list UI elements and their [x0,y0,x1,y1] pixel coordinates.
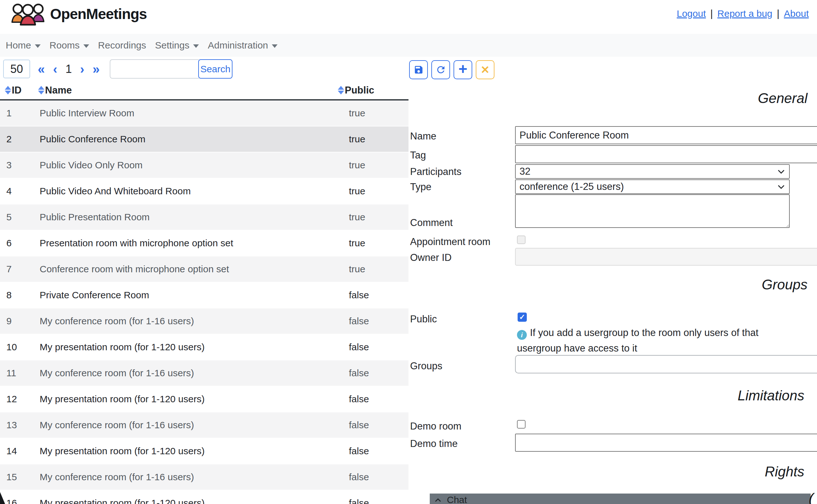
prev-page-button[interactable]: ‹ [53,63,57,75]
refresh-button[interactable] [431,60,450,79]
column-label: ID [12,85,22,96]
nav-item-rooms[interactable]: Rooms [45,40,94,51]
groups-label: Groups [410,360,443,372]
main-nav: Home Rooms Recordings Settings Administr… [0,34,817,57]
name-label: Name [410,131,437,142]
table-row[interactable]: 8Private Conference Roomfalse [0,282,408,308]
owner-id-label: Owner ID [410,252,452,263]
demo-time-input[interactable] [515,434,817,452]
column-header-name[interactable]: Name [38,85,338,96]
type-select[interactable]: conference (1-25 users) [515,179,790,194]
cancel-button[interactable]: ✕ [476,60,495,79]
table-row[interactable]: 7Conference room with microphone option … [0,256,408,282]
form-toolbar: + ✕ [409,60,495,79]
chat-bar-label: Chat [447,494,467,504]
section-heading-groups: Groups [762,277,807,293]
page-size-input[interactable] [3,60,30,78]
list-controls: « ‹ 1 › » Search [0,57,408,81]
chevron-down-icon [83,44,89,48]
chevron-down-icon [778,185,785,189]
column-header-id[interactable]: ID [5,85,38,96]
column-label: Public [345,85,374,96]
logout-link[interactable]: Logout [677,8,706,19]
column-header-public[interactable]: Public [338,85,408,96]
openmeetings-logo-icon [10,2,46,27]
app-title: OpenMeetings [50,5,147,23]
plus-icon: + [458,61,467,77]
link-separator: | [777,8,779,19]
add-button[interactable]: + [454,60,472,79]
top-header: OpenMeetings Logout | Report a bug | Abo… [0,0,817,34]
report-bug-link[interactable]: Report a bug [717,8,772,19]
table-row[interactable]: 11My conference room (for 1-16 users)fal… [0,360,408,386]
table-row[interactable]: 9My conference room (for 1-16 users)fals… [0,308,408,334]
appointment-room-checkbox[interactable] [517,236,526,244]
public-checkbox[interactable]: ✓ [518,313,527,322]
table-row[interactable]: 13My conference room (for 1-16 users)fal… [0,412,408,438]
comment-label: Comment [410,217,453,229]
chevron-down-icon [35,44,41,48]
first-page-button[interactable]: « [38,63,45,75]
table-row[interactable]: 12My presentation room (for 1-120 users)… [0,386,408,412]
last-page-button[interactable]: » [93,63,100,75]
search-button[interactable]: Search [198,59,232,79]
column-label: Name [45,85,72,96]
section-heading-limitations: Limitations [738,388,804,404]
about-link[interactable]: About [784,8,809,19]
rooms-list-panel: « ‹ 1 › » Search ID Name Public [0,57,408,504]
check-icon: ✓ [519,313,525,321]
table-body: 1Public Interview Roomtrue 2Public Confe… [0,100,408,504]
name-input[interactable] [515,126,817,144]
type-value: conference (1-25 users) [520,181,624,192]
table-header: ID Name Public [0,81,408,100]
chevron-down-icon [193,44,199,48]
table-row[interactable]: 16My presentation room (for 1-120 users)… [0,490,408,504]
app-logo [10,2,46,27]
room-edit-panel: + ✕ General Name Tag Participants 32 Typ… [408,57,817,504]
nav-item-home[interactable]: Home [1,40,45,51]
groups-info-text: iIf you add a usergroup to the room only… [517,325,771,356]
owner-id-input [515,248,817,266]
type-label: Type [410,181,431,193]
nav-label: Settings [155,40,189,51]
demo-room-label: Demo room [410,421,462,432]
table-row[interactable]: 6Presentation room with microphone optio… [0,230,408,256]
table-row-selected[interactable]: 2Public Conference Roomtrue [0,126,408,152]
next-page-button[interactable]: › [80,63,84,75]
chat-collapse-bar[interactable]: Chat [430,494,811,504]
nav-item-settings[interactable]: Settings [151,40,203,51]
groups-input[interactable] [515,355,817,373]
section-heading-rights: Rights [765,464,804,480]
sort-icon [38,86,44,94]
nav-label: Home [6,40,31,51]
save-icon [414,65,424,75]
info-icon: i [517,330,527,340]
save-button[interactable] [409,60,428,79]
table-row[interactable]: 1Public Interview Roomtrue [0,100,408,126]
nav-label: Rooms [49,40,80,51]
link-separator: | [710,8,713,19]
pager: « ‹ 1 › » [38,62,100,76]
table-row[interactable]: 10My presentation room (for 1-120 users)… [0,334,408,360]
table-row[interactable]: 3Public Video Only Roomtrue [0,152,408,178]
table-row[interactable]: 14My presentation room (for 1-120 users)… [0,438,408,464]
table-row[interactable]: 15My conference room (for 1-16 users)fal… [0,464,408,490]
comment-textarea[interactable] [515,194,790,228]
table-row[interactable]: 5Public Presentation Roomtrue [0,204,408,230]
nav-item-administration[interactable]: Administration [203,40,282,51]
nav-item-recordings[interactable]: Recordings [94,40,151,51]
tag-input[interactable] [515,145,817,163]
demo-room-checkbox[interactable] [517,420,526,429]
participants-select[interactable]: 32 [515,164,790,179]
section-heading-general: General [758,90,807,106]
nav-label: Recordings [98,40,146,51]
search-input[interactable] [110,59,199,79]
table-row[interactable]: 4Public Video And Whiteboard Roomtrue [0,178,408,204]
sort-icon [5,86,11,94]
chevron-up-icon [435,498,441,502]
sort-icon [338,86,344,94]
refresh-icon [436,64,446,75]
tag-label: Tag [410,150,426,161]
close-icon: ✕ [481,64,490,75]
nav-label: Administration [208,40,268,51]
